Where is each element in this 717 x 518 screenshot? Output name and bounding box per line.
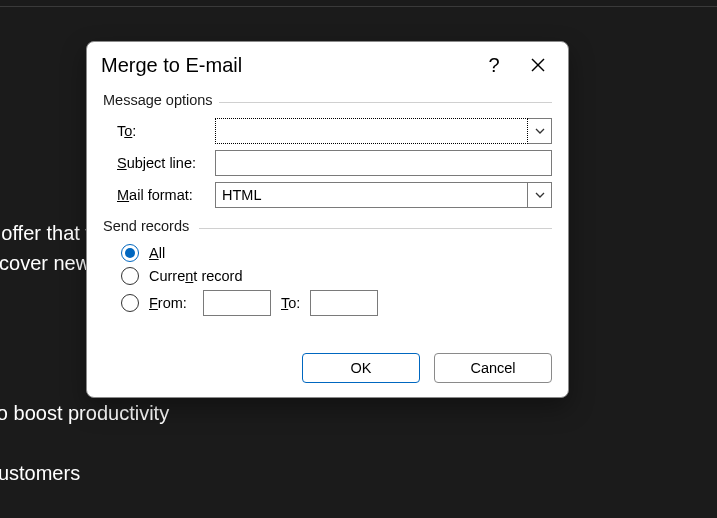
dialog-button-row: OK Cancel xyxy=(87,335,568,397)
group-rule xyxy=(219,102,552,103)
mail-format-label-post: ail format: xyxy=(129,187,193,203)
close-icon xyxy=(530,57,546,73)
to-label: To: xyxy=(117,123,207,139)
dialog-body: Message options To: Subject line: xyxy=(87,82,568,335)
mail-format-label: Mail format: xyxy=(117,187,207,203)
range-to-input[interactable] xyxy=(310,290,378,316)
help-icon: ? xyxy=(488,54,499,77)
subject-label-post: ubject line: xyxy=(127,155,196,171)
chevron-down-icon xyxy=(535,128,545,134)
radio-all[interactable]: All xyxy=(121,244,552,262)
send-records-legend: Send records xyxy=(103,218,552,234)
to-row: To: xyxy=(117,118,552,144)
radio-all-label: All xyxy=(149,245,165,261)
mail-format-combo[interactable]: HTML xyxy=(215,182,552,208)
radio-current-label: Current record xyxy=(149,268,243,284)
subject-label: Subject line: xyxy=(117,155,207,171)
from-label-post: rom: xyxy=(158,295,187,311)
close-button[interactable] xyxy=(520,50,556,80)
merge-to-email-dialog: Merge to E-mail ? Message options To: xyxy=(86,41,569,398)
to-combo-dropdown-button[interactable] xyxy=(528,118,552,144)
radio-current-pre: Curre xyxy=(149,268,185,284)
range-from-input[interactable] xyxy=(203,290,271,316)
dialog-title: Merge to E-mail xyxy=(101,54,242,77)
radio-all-post: ll xyxy=(159,245,165,261)
send-records-group: Send records All Current record From: xyxy=(103,218,552,316)
help-button[interactable]: ? xyxy=(476,50,512,80)
radio-from-indicator xyxy=(121,294,139,312)
message-options-legend: Message options xyxy=(103,92,552,108)
from-label: From: xyxy=(149,295,193,311)
mail-format-row: Mail format: HTML xyxy=(117,182,552,208)
background-rule xyxy=(0,6,717,7)
to-combo-value[interactable] xyxy=(215,118,528,144)
range-to-post: o: xyxy=(288,295,300,311)
radio-current-indicator xyxy=(121,267,139,285)
chevron-down-icon xyxy=(535,192,545,198)
from-label-accel: F xyxy=(149,295,158,311)
subject-row: Subject line: xyxy=(117,150,552,176)
cancel-button[interactable]: Cancel xyxy=(434,353,552,383)
subject-label-accel: S xyxy=(117,155,127,171)
range-to-label: To: xyxy=(281,295,300,311)
radio-from-range[interactable]: From: To: xyxy=(121,290,552,316)
ok-button[interactable]: OK xyxy=(302,353,420,383)
to-combo[interactable] xyxy=(215,118,552,144)
subject-input[interactable] xyxy=(215,150,552,176)
group-rule xyxy=(199,228,552,229)
mail-format-dropdown-button[interactable] xyxy=(528,182,552,208)
to-label-post: : xyxy=(132,123,136,139)
radio-current-record[interactable]: Current record xyxy=(121,267,552,285)
dialog-titlebar: Merge to E-mail ? xyxy=(87,42,568,82)
mail-format-label-accel: M xyxy=(117,187,129,203)
mail-format-combo-value[interactable]: HTML xyxy=(215,182,528,208)
radio-current-post: t record xyxy=(193,268,242,284)
radio-all-accel: A xyxy=(149,245,159,261)
message-options-group: Message options To: Subject line: xyxy=(103,92,552,208)
radio-all-indicator xyxy=(121,244,139,262)
